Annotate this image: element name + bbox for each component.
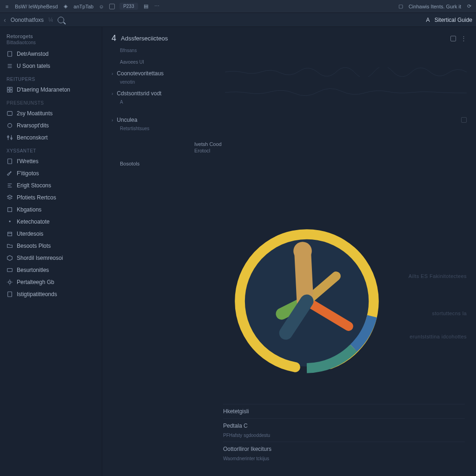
svg-rect-4 <box>7 87 9 89</box>
appbar-right: Cinhawis Itents. Gurk it <box>409 4 461 9</box>
file-icon <box>7 51 13 57</box>
svg-rect-6 <box>7 90 9 92</box>
sidebar-item[interactable]: • Ketechoatote <box>0 216 102 228</box>
bottom-row[interactable]: Oottorlliror Ikeciturs <box>223 442 465 456</box>
toolbar-title: Sitertical Guide <box>435 17 472 23</box>
row-c-sub: A <box>112 99 467 107</box>
ghost-label: Ailts ES Fakinitotectees <box>409 273 467 279</box>
sidebar-item[interactable]: Istigtipatitteonds <box>0 288 102 300</box>
sliders-icon <box>7 134 13 141</box>
sidebar-item-label: Shordil Isemreosoi <box>17 255 63 261</box>
svg-point-9 <box>8 124 12 128</box>
folder-icon <box>7 243 13 249</box>
bars-icon <box>7 182 13 189</box>
row-a: Aavoees UI <box>112 56 467 67</box>
sidebar-section: Xyssantet <box>0 144 102 155</box>
tag-icon <box>7 206 13 213</box>
panel-action-icon[interactable] <box>450 36 456 41</box>
sidebar-item-label: F'itigotos <box>17 170 39 177</box>
sidebar-item[interactable]: Uterdesois <box>0 228 102 240</box>
sidebar-item[interactable]: Besurtonitles <box>0 264 102 276</box>
sidebar-item[interactable]: DetrAwnstod <box>0 48 102 60</box>
svg-rect-8 <box>7 112 13 116</box>
doc-icon <box>7 158 13 165</box>
sidebar-item[interactable]: Pertalteegh Gb <box>0 276 102 288</box>
circle-icon <box>7 122 13 129</box>
inline-action-icon[interactable] <box>461 117 467 123</box>
sidebar-item[interactable]: Rvarsopt'dits <box>0 119 102 132</box>
sidebar-item[interactable]: Besoots Plots <box>0 240 102 252</box>
sidebar-item[interactable]: Eriglt Stocons <box>0 179 102 192</box>
kv-value: Erotocl <box>186 148 467 153</box>
search-icon[interactable] <box>58 17 64 23</box>
ghost-label: stortuttecns la <box>432 311 467 316</box>
svg-rect-7 <box>10 90 12 92</box>
sidebar-group-head: Retorogets <box>0 31 102 40</box>
svg-rect-0 <box>8 52 12 57</box>
kv-label: Ivetsh Cood <box>186 140 467 148</box>
layers-icon[interactable]: ▤ <box>143 3 149 10</box>
toolbar-letter: A <box>426 17 430 23</box>
package-icon <box>7 231 13 237</box>
back-icon[interactable]: ‹ <box>4 16 6 24</box>
sidebar: Retorogets Bittadiaotcons DetrAwnstod U … <box>0 27 102 476</box>
appbar-pill[interactable]: P233 <box>119 3 138 10</box>
row-d-sub: Retsrtishtsues <box>112 126 467 134</box>
square-icon[interactable] <box>109 4 115 9</box>
content-pane: 4 Adssferseciicteos ⋮ Bfnsans Aavoees UI… <box>102 27 476 476</box>
svg-rect-25 <box>8 292 12 297</box>
sidebar-item-label: Besurtonitles <box>17 267 49 273</box>
ghost-label: eruntststtina idcohottes <box>410 334 467 339</box>
sidebar-item-label: U Soon tatels <box>17 63 50 69</box>
row-d-label: Unculea <box>117 117 137 123</box>
breadcrumb[interactable]: Oonothatfoxs <box>11 17 44 23</box>
bottom-row[interactable]: Pedtala C <box>223 418 465 433</box>
appbar-title-b: anTpTab <box>73 4 93 9</box>
sidebar-item-label: Kbgations <box>17 206 41 213</box>
smile-icon: ☺ <box>98 3 105 10</box>
sidebar-item-label: Benconskort <box>17 134 48 141</box>
bottom-row-sub: Waorndnerinter tckijus <box>223 456 465 465</box>
refresh-icon[interactable]: ⟳ <box>466 3 472 10</box>
app-bar: ≡ BsW/ IeWpheBesd ◈ anTpTab ☺ P233 ▤ ⋯ ▢… <box>0 0 476 13</box>
sidebar-item-label: Besoots Plots <box>17 243 51 249</box>
sidebar-item-label: Ketechoatote <box>17 218 50 225</box>
menu-icon[interactable]: ≡ <box>4 3 10 10</box>
sidebar-item-label: DetrAwnstod <box>17 51 48 57</box>
badge-icon <box>7 110 13 117</box>
bottom-row[interactable]: Hketetgisli <box>223 404 465 418</box>
heading-label: Adssferseciicteos <box>121 35 168 42</box>
content-heading: 4 Adssferseciicteos ⋮ <box>112 33 467 43</box>
more-icon[interactable]: ⋯ <box>154 3 160 10</box>
sidebar-item[interactable]: I'Wrettes <box>0 155 102 167</box>
row-c-label: Cdstsonttsrid vodt <box>117 90 161 97</box>
teal-label[interactable]: Bosotols <box>112 160 467 167</box>
sidebar-item[interactable]: Benconskort <box>0 132 102 144</box>
sidebar-item[interactable]: D'taering Mdaraneton <box>0 84 102 96</box>
sidebar-group-sub: Bittadiaotcons <box>0 40 102 48</box>
svg-rect-19 <box>8 208 12 212</box>
dot-icon: • <box>7 218 13 225</box>
sidebar-item-label: Eriglt Stocons <box>17 182 51 189</box>
svg-rect-14 <box>8 159 12 164</box>
window-icon[interactable]: ▢ <box>397 3 404 10</box>
stack-icon <box>7 194 13 201</box>
wrench-icon <box>7 170 13 177</box>
gear-icon <box>7 279 13 285</box>
sidebar-item[interactable]: 2sy Moatitunts <box>0 107 102 119</box>
svg-rect-23 <box>7 269 13 272</box>
row-d[interactable]: › Unculea <box>112 114 467 126</box>
sidebar-item[interactable]: Pfotiets Rertcos <box>0 192 102 204</box>
sidebar-item[interactable]: U Soon tatels <box>0 60 102 72</box>
sidebar-item-label: Rvarsopt'dits <box>17 122 49 129</box>
svg-rect-5 <box>10 87 12 89</box>
sidebar-item-label: D'taering Mdaraneton <box>17 86 70 93</box>
breadcrumb-sep: ¼ <box>48 17 53 23</box>
sidebar-item[interactable]: F'itigotos <box>0 167 102 179</box>
page-icon <box>7 291 13 298</box>
panel-action-more[interactable]: ⋮ <box>461 35 467 42</box>
sidebar-item[interactable]: Shordil Isemreosoi <box>0 252 102 264</box>
sidebar-item[interactable]: Kbgations <box>0 204 102 216</box>
list-icon <box>7 63 13 69</box>
card-icon <box>7 267 13 273</box>
